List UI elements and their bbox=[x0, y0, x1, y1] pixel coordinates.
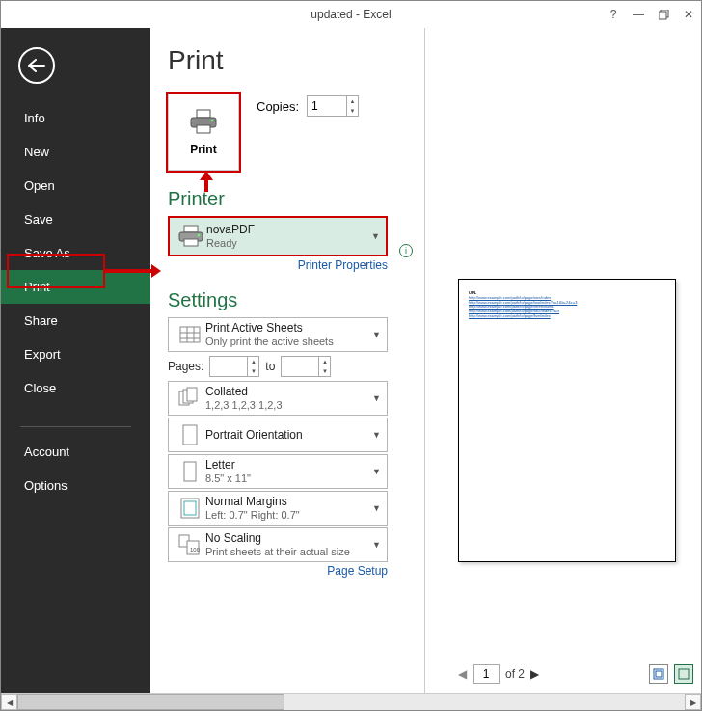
restore-icon[interactable] bbox=[657, 8, 670, 21]
sidebar-item-info[interactable]: Info bbox=[1, 101, 150, 135]
copies-input[interactable] bbox=[308, 96, 346, 116]
copies-label: Copies: bbox=[257, 99, 299, 114]
chevron-down-icon: ▼ bbox=[372, 503, 381, 513]
window-title: updated - Excel bbox=[311, 8, 391, 21]
scaling-dropdown[interactable]: 100 No Scaling Print sheets at their act… bbox=[168, 527, 388, 562]
printer-section-title: Printer bbox=[168, 188, 424, 210]
paper-size-dropdown[interactable]: Letter 8.5" x 11" ▼ bbox=[168, 454, 388, 489]
svg-rect-8 bbox=[184, 239, 198, 246]
printer-name: novaPDF bbox=[206, 223, 367, 236]
sidebar-item-options[interactable]: Options bbox=[1, 469, 150, 502]
pages-to-label: to bbox=[265, 360, 275, 373]
scaling-icon: 100 bbox=[177, 533, 203, 556]
prev-page-button[interactable]: ◀ bbox=[458, 667, 467, 681]
sidebar-item-save[interactable]: Save bbox=[1, 202, 150, 236]
zoom-to-page-button[interactable] bbox=[674, 664, 693, 684]
printer-dropdown[interactable]: novaPDF Ready ▼ bbox=[168, 216, 388, 256]
print-what-dropdown[interactable]: Print Active Sheets Only print the activ… bbox=[168, 317, 388, 352]
spin-down-icon[interactable]: ▼ bbox=[248, 366, 258, 376]
svg-point-9 bbox=[198, 234, 200, 236]
backstage-sidebar: Info New Open Save Save As Print Share E… bbox=[1, 28, 150, 693]
chevron-down-icon: ▼ bbox=[371, 231, 380, 241]
svg-point-5 bbox=[211, 120, 214, 122]
back-button[interactable] bbox=[18, 47, 55, 84]
page-total-label: of 2 bbox=[505, 667, 525, 681]
sidebar-item-new[interactable]: New bbox=[1, 135, 150, 169]
pages-to-input[interactable] bbox=[282, 357, 318, 376]
minimize-icon[interactable]: — bbox=[632, 8, 645, 21]
pages-label: Pages: bbox=[168, 360, 203, 373]
horizontal-scrollbar[interactable]: ◀ ▶ bbox=[1, 693, 701, 710]
paper-icon bbox=[180, 460, 200, 483]
preview-pager: ◀ of 2 ▶ bbox=[458, 664, 539, 684]
page-title: Print bbox=[168, 45, 424, 76]
svg-rect-2 bbox=[197, 110, 210, 118]
svg-rect-22 bbox=[656, 671, 662, 677]
svg-rect-23 bbox=[679, 669, 689, 679]
pages-range-row: Pages: ▲▼ to ▲▼ bbox=[168, 356, 424, 377]
dd-title: Portrait Orientation bbox=[205, 428, 368, 442]
sidebar-item-account[interactable]: Account bbox=[1, 435, 150, 469]
dd-sub: 1,2,3 1,2,3 1,2,3 bbox=[205, 399, 368, 412]
sidebar-item-saveas[interactable]: Save As bbox=[1, 236, 150, 270]
preview-page: URL http://www.example.com/path/to/page/… bbox=[458, 279, 676, 562]
scroll-right-icon[interactable]: ▶ bbox=[685, 694, 701, 710]
copies-spinner[interactable]: ▲▼ bbox=[307, 95, 359, 117]
sheet-grid-icon bbox=[178, 323, 202, 346]
dd-title: Letter bbox=[205, 458, 368, 472]
svg-rect-13 bbox=[187, 388, 197, 401]
current-page-input[interactable] bbox=[473, 664, 500, 684]
printer-properties-link[interactable]: Printer Properties bbox=[168, 258, 388, 272]
page-setup-link[interactable]: Page Setup bbox=[168, 564, 388, 578]
dd-title: No Scaling bbox=[205, 531, 368, 545]
orientation-dropdown[interactable]: Portrait Orientation ▼ bbox=[168, 418, 388, 452]
dd-title: Collated bbox=[205, 385, 368, 398]
print-preview-pane: URL http://www.example.com/path/to/page/… bbox=[424, 28, 701, 693]
print-button[interactable]: Print bbox=[168, 94, 239, 171]
show-margins-button[interactable] bbox=[649, 664, 668, 684]
dd-sub: Print sheets at their actual size bbox=[205, 546, 368, 558]
svg-rect-15 bbox=[184, 462, 196, 481]
chevron-down-icon: ▼ bbox=[372, 430, 381, 440]
printer-icon bbox=[176, 225, 205, 248]
scroll-track[interactable] bbox=[17, 694, 685, 710]
title-bar: updated - Excel ? — ✕ bbox=[1, 1, 701, 28]
sidebar-item-share[interactable]: Share bbox=[1, 304, 150, 337]
spin-up-icon[interactable]: ▲ bbox=[347, 96, 358, 106]
chevron-down-icon: ▼ bbox=[372, 467, 381, 476]
close-icon[interactable]: ✕ bbox=[682, 8, 695, 21]
collation-dropdown[interactable]: Collated 1,2,3 1,2,3 1,2,3 ▼ bbox=[168, 381, 388, 416]
margins-icon bbox=[179, 497, 201, 520]
spin-up-icon[interactable]: ▲ bbox=[319, 357, 330, 366]
svg-rect-1 bbox=[659, 12, 666, 19]
dd-sub: 8.5" x 11" bbox=[205, 472, 368, 485]
dd-title: Normal Margins bbox=[205, 495, 368, 508]
scroll-left-icon[interactable]: ◀ bbox=[1, 694, 17, 710]
svg-text:100: 100 bbox=[190, 547, 201, 553]
pages-to-spinner[interactable]: ▲▼ bbox=[281, 356, 331, 377]
help-icon[interactable]: ? bbox=[607, 8, 620, 21]
spin-up-icon[interactable]: ▲ bbox=[248, 357, 258, 366]
portrait-icon bbox=[180, 423, 200, 446]
svg-rect-6 bbox=[184, 226, 198, 232]
chevron-down-icon: ▼ bbox=[372, 540, 381, 550]
pages-from-input[interactable] bbox=[210, 357, 247, 376]
sidebar-item-print[interactable]: Print bbox=[1, 270, 150, 304]
printer-info-icon[interactable]: i bbox=[399, 244, 413, 257]
spin-down-icon[interactable]: ▼ bbox=[347, 106, 358, 116]
dd-sub: Only print the active sheets bbox=[205, 336, 368, 348]
pages-from-spinner[interactable]: ▲▼ bbox=[209, 356, 259, 377]
settings-section-title: Settings bbox=[168, 289, 424, 311]
sidebar-item-close[interactable]: Close bbox=[1, 371, 150, 405]
printer-icon bbox=[187, 108, 220, 135]
scroll-thumb[interactable] bbox=[17, 694, 284, 710]
sidebar-item-export[interactable]: Export bbox=[1, 337, 150, 371]
dd-title: Print Active Sheets bbox=[205, 321, 368, 335]
spin-down-icon[interactable]: ▼ bbox=[319, 366, 330, 376]
next-page-button[interactable]: ▶ bbox=[530, 667, 539, 681]
print-button-label: Print bbox=[190, 143, 216, 156]
svg-rect-10 bbox=[180, 327, 200, 342]
sidebar-item-open[interactable]: Open bbox=[1, 169, 150, 202]
dd-sub: Left: 0.7" Right: 0.7" bbox=[205, 509, 368, 522]
margins-dropdown[interactable]: Normal Margins Left: 0.7" Right: 0.7" ▼ bbox=[168, 491, 388, 526]
